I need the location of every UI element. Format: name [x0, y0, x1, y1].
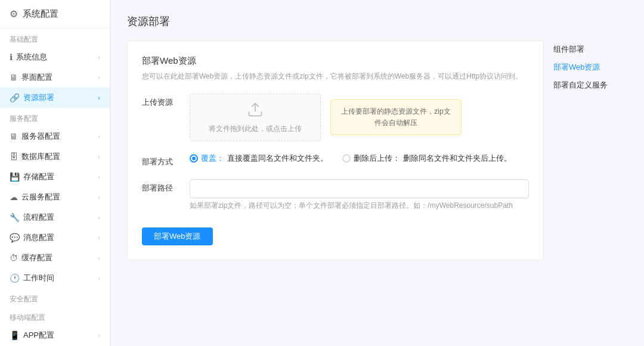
- deploy-path-hint: 如果部署zip文件，路径可以为空；单个文件部署必须指定目部署路径。如：/myWe…: [190, 201, 529, 211]
- chevron-icon: ›: [98, 54, 100, 61]
- section-label-service: 服务配置: [0, 108, 110, 126]
- section-desc: 您可以在此处部署Web资源，上传静态资源文件或zip文件，它将被部署到系统的We…: [142, 71, 529, 82]
- gear-icon: ⚙: [10, 8, 18, 20]
- work-time-icon: 🕐: [10, 273, 20, 283]
- deploy-path-content: 如果部署zip文件，路径可以为空；单个文件部署必须指定目部署路径。如：/myWe…: [190, 179, 529, 211]
- content-card: 部署Web资源 您可以在此处部署Web资源，上传静态资源文件或zip文件，它将被…: [127, 40, 544, 260]
- sidebar: ⚙ 系统配置 基础配置 ℹ 系统信息 › 🖥 界面配置 › 🔗 资源部署 › 服…: [0, 0, 110, 346]
- radio-group: 覆盖： 直接覆盖同名文件和文件夹。 删除后上传： 删除同名文件和文件夹后上传。: [190, 153, 529, 164]
- radio-option1-prefix: 覆盖：: [201, 153, 224, 164]
- chevron-icon: ›: [98, 133, 100, 140]
- chevron-icon: ›: [98, 94, 100, 101]
- upload-hint-text: 上传要部署的静态资源文件，zip文件会自动解压: [339, 106, 453, 129]
- sidebar-item-ui-config[interactable]: 🖥 界面配置 ›: [0, 67, 110, 88]
- right-panel-web-resource-deploy[interactable]: 部署Web资源: [553, 58, 627, 76]
- section-label-security: 安全配置: [0, 288, 110, 307]
- radio-option-overwrite[interactable]: 覆盖： 直接覆盖同名文件和文件夹。: [190, 153, 328, 164]
- resource-deploy-icon: 🔗: [10, 93, 20, 102]
- page-title: 资源部署: [127, 14, 627, 29]
- chevron-icon: ›: [98, 234, 100, 241]
- deploy-path-input[interactable]: [190, 179, 529, 198]
- radio-option-delete-then-upload[interactable]: 删除后上传： 删除同名文件和文件夹后上传。: [342, 153, 512, 164]
- upload-label: 上传资源: [142, 93, 190, 108]
- sidebar-item-label: 界面配置: [21, 72, 52, 83]
- sidebar-item-db-config[interactable]: 🗄 数据库配置 ›: [0, 146, 110, 167]
- sidebar-title: 系统配置: [23, 8, 58, 20]
- system-info-icon: ℹ: [10, 52, 13, 62]
- flow-config-icon: 🔧: [10, 213, 20, 222]
- sidebar-item-msg-config[interactable]: 💬 消息配置 ›: [0, 227, 110, 248]
- right-panel-component-deploy[interactable]: 组件部署: [553, 40, 627, 58]
- right-panel: 组件部署 部署Web资源 部署自定义服务: [544, 40, 627, 260]
- deploy-path-row: 部署路径 如果部署zip文件，路径可以为空；单个文件部署必须指定目部署路径。如：…: [142, 179, 529, 211]
- sidebar-item-label: 服务器配置: [21, 131, 60, 142]
- sidebar-item-label: 系统信息: [16, 52, 47, 63]
- radio-circle-selected: [190, 154, 198, 163]
- upload-hint-box: 上传要部署的静态资源文件，zip文件会自动解压: [330, 99, 462, 135]
- sidebar-item-system-info[interactable]: ℹ 系统信息 ›: [0, 47, 110, 67]
- right-panel-custom-service-deploy[interactable]: 部署自定义服务: [553, 76, 627, 94]
- deploy-button[interactable]: 部署Web资源: [142, 227, 213, 245]
- deploy-method-row: 部署方式 覆盖： 直接覆盖同名文件和文件夹。 删除后上传： 删除同名文件和文件夹…: [142, 153, 529, 167]
- radio-option2-prefix: 删除后上传：: [354, 153, 400, 164]
- sidebar-item-label: 工作时间: [23, 273, 54, 283]
- sidebar-header: ⚙ 系统配置: [0, 0, 110, 29]
- radio-option2-desc: 删除同名文件和文件夹后上传。: [403, 153, 512, 164]
- chevron-icon: ›: [98, 275, 100, 282]
- sidebar-item-server-config[interactable]: 🖥 服务器配置 ›: [0, 126, 110, 146]
- sidebar-item-label: APP配置: [23, 330, 54, 341]
- ui-config-icon: 🖥: [10, 73, 18, 82]
- sidebar-item-label: 流程配置: [23, 212, 54, 223]
- section-label-mobile: 移动端配置: [0, 307, 110, 325]
- deploy-method-label: 部署方式: [142, 153, 190, 167]
- msg-config-icon: 💬: [10, 233, 20, 242]
- sidebar-item-app-config[interactable]: 📱 APP配置 ›: [0, 325, 110, 345]
- sidebar-item-storage-config[interactable]: 💾 存储配置 ›: [0, 167, 110, 187]
- section-label-basic: 基础配置: [0, 29, 110, 47]
- main-content: 资源部署 部署Web资源 您可以在此处部署Web资源，上传静态资源文件或zip文…: [110, 0, 644, 346]
- sidebar-item-cache-config[interactable]: ⏱ 缓存配置 ›: [0, 248, 110, 268]
- sidebar-item-flow-config[interactable]: 🔧 流程配置 ›: [0, 207, 110, 227]
- sidebar-item-work-time[interactable]: 🕐 工作时间 ›: [0, 268, 110, 288]
- cloud-config-icon: ☁: [10, 192, 18, 202]
- deploy-method-content: 覆盖： 直接覆盖同名文件和文件夹。 删除后上传： 删除同名文件和文件夹后上传。: [190, 153, 529, 164]
- radio-option1-desc: 直接覆盖同名文件和文件夹。: [227, 153, 328, 164]
- sidebar-item-label: 存储配置: [23, 172, 54, 182]
- chevron-icon: ›: [98, 214, 100, 221]
- cache-config-icon: ⏱: [10, 253, 18, 263]
- chevron-icon: ›: [98, 173, 100, 180]
- server-config-icon: 🖥: [10, 132, 18, 141]
- storage-config-icon: 💾: [10, 172, 20, 182]
- chevron-icon: ›: [98, 153, 100, 160]
- sidebar-item-label: 数据库配置: [21, 151, 60, 162]
- deploy-path-label: 部署路径: [142, 179, 190, 194]
- app-config-icon: 📱: [10, 331, 20, 340]
- sidebar-item-cloud-config[interactable]: ☁ 云服务配置 ›: [0, 187, 110, 207]
- chevron-icon: ›: [98, 332, 100, 339]
- upload-content: 将文件拖到此处，或点击上传 上传要部署的静态资源文件，zip文件会自动解压: [190, 93, 529, 141]
- sidebar-item-label: 缓存配置: [21, 253, 52, 263]
- radio-circle-unselected: [342, 154, 351, 163]
- sidebar-item-label: 资源部署: [23, 92, 54, 103]
- chevron-icon: ›: [98, 194, 100, 201]
- chevron-icon: ›: [98, 254, 100, 261]
- chevron-icon: ›: [98, 74, 100, 81]
- sidebar-item-label: 消息配置: [23, 232, 54, 243]
- db-config-icon: 🗄: [10, 152, 18, 161]
- sidebar-item-resource-deploy[interactable]: 🔗 资源部署 ›: [0, 88, 110, 108]
- upload-placeholder: 将文件拖到此处，或点击上传: [209, 124, 302, 134]
- upload-row: 上传资源 将文件拖到此处，或点击上传: [142, 93, 529, 141]
- upload-dropzone[interactable]: 将文件拖到此处，或点击上传: [190, 93, 321, 141]
- upload-icon: [247, 101, 264, 121]
- sidebar-item-label: 云服务配置: [21, 192, 60, 202]
- section-title: 部署Web资源: [142, 55, 529, 67]
